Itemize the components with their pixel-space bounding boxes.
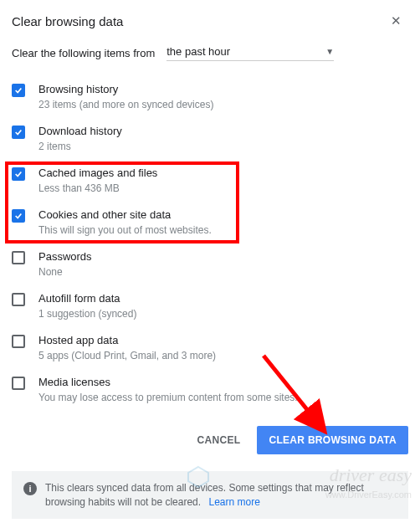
item-label: Passwords	[38, 249, 408, 264]
item-text: Cached images and filesLess than 436 MB	[38, 166, 408, 196]
time-range-label: Clear the following items from	[12, 47, 155, 59]
item-label: Download history	[38, 124, 408, 139]
item-text: Media licensesYou may lose access to pre…	[38, 375, 408, 405]
item-text: Download history2 items	[38, 124, 408, 154]
item-sub: 1 suggestion (synced)	[38, 307, 408, 321]
clear-browsing-data-button[interactable]: CLEAR BROWSING DATA	[257, 426, 408, 454]
item-sub: 5 apps (Cloud Print, Gmail, and 3 more)	[38, 349, 408, 363]
item-label: Cookies and other site data	[38, 208, 408, 223]
item-text: Cookies and other site dataThis will sig…	[38, 208, 408, 238]
checkbox[interactable]	[12, 84, 25, 97]
checkbox[interactable]	[12, 251, 25, 264]
item-sub: None	[38, 265, 408, 279]
cancel-button[interactable]: CANCEL	[186, 426, 253, 454]
info-icon: i	[23, 482, 37, 495]
list-item: Cookies and other site dataThis will sig…	[12, 202, 408, 243]
checkbox[interactable]	[12, 126, 25, 139]
close-icon[interactable]: ✕	[387, 10, 405, 32]
checkbox[interactable]	[12, 377, 25, 390]
item-label: Hosted app data	[38, 333, 408, 348]
item-text: Browsing history23 items (and more on sy…	[38, 82, 408, 112]
checkbox[interactable]	[12, 293, 25, 306]
item-sub: 23 items (and more on synced devices)	[38, 98, 408, 112]
chevron-down-icon: ▼	[325, 47, 334, 56]
list-item: Hosted app data5 apps (Cloud Print, Gmai…	[12, 327, 408, 369]
learn-more-link[interactable]: Learn more	[208, 496, 259, 508]
checkbox[interactable]	[12, 167, 25, 181]
checkbox[interactable]	[12, 335, 25, 348]
item-sub: You may lose access to premium content f…	[38, 391, 408, 405]
item-sub: 2 items	[38, 140, 408, 154]
item-label: Autofill form data	[38, 291, 408, 306]
item-sub: Less than 436 MB	[38, 182, 408, 196]
item-label: Media licenses	[38, 375, 408, 390]
time-range-select[interactable]: the past hour ▼	[166, 45, 334, 61]
list-item: Download history2 items	[12, 118, 408, 160]
footer-text: This clears synced data from all devices…	[45, 481, 397, 510]
dialog-title: Clear browsing data	[12, 14, 123, 28]
list-item: Autofill form data1 suggestion (synced)	[12, 285, 408, 327]
item-text: Autofill form data1 suggestion (synced)	[38, 291, 408, 321]
list-item: Cached images and filesLess than 436 MB	[12, 160, 408, 202]
item-sub: This will sign you out of most websites.	[38, 223, 408, 238]
list-item: Browsing history23 items (and more on sy…	[12, 76, 408, 118]
list-item: Media licensesYou may lose access to pre…	[12, 369, 408, 411]
item-label: Browsing history	[38, 82, 408, 97]
list-item: PasswordsNone	[12, 243, 408, 285]
item-text: Hosted app data5 apps (Cloud Print, Gmai…	[38, 333, 408, 363]
item-label: Cached images and files	[38, 166, 408, 181]
item-text: PasswordsNone	[38, 249, 408, 279]
checkbox[interactable]	[12, 209, 25, 223]
time-range-value: the past hour	[166, 45, 230, 58]
